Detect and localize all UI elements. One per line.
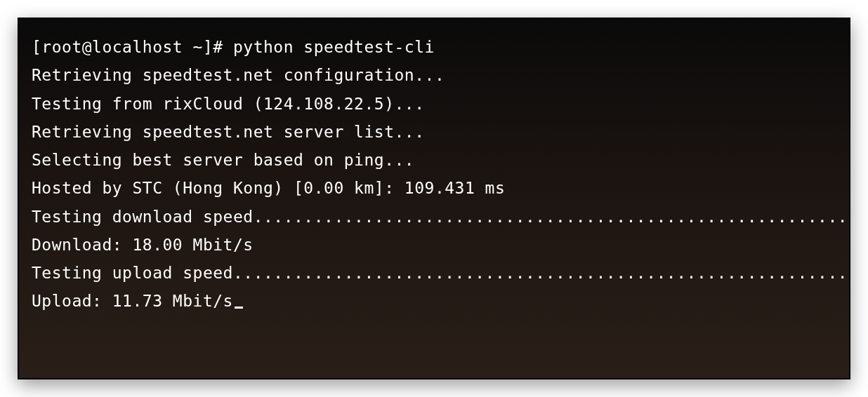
terminal-cursor xyxy=(235,307,243,309)
terminal-output-line: Selecting best server based on ping... xyxy=(32,146,836,174)
terminal-prompt-line: [root@localhost ~]# python speedtest-cli xyxy=(32,33,836,61)
terminal-output-line: Hosted by STC (Hong Kong) [0.00 km]: 109… xyxy=(32,174,836,202)
terminal-output-line: Download: 18.00 Mbit/s xyxy=(32,231,836,259)
terminal-output-line: Retrieving speedtest.net configuration..… xyxy=(32,61,836,89)
terminal-output-line: Retrieving speedtest.net server list... xyxy=(32,118,836,146)
terminal-output-line: Testing from rixCloud (124.108.22.5)... xyxy=(32,90,836,118)
terminal-output-line: Upload: 11.73 Mbit/s xyxy=(32,287,836,315)
terminal-window[interactable]: [root@localhost ~]# python speedtest-cli… xyxy=(18,18,850,379)
terminal-output-line: Testing download speed..................… xyxy=(32,203,836,231)
terminal-output-line: Testing upload speed....................… xyxy=(32,259,836,287)
